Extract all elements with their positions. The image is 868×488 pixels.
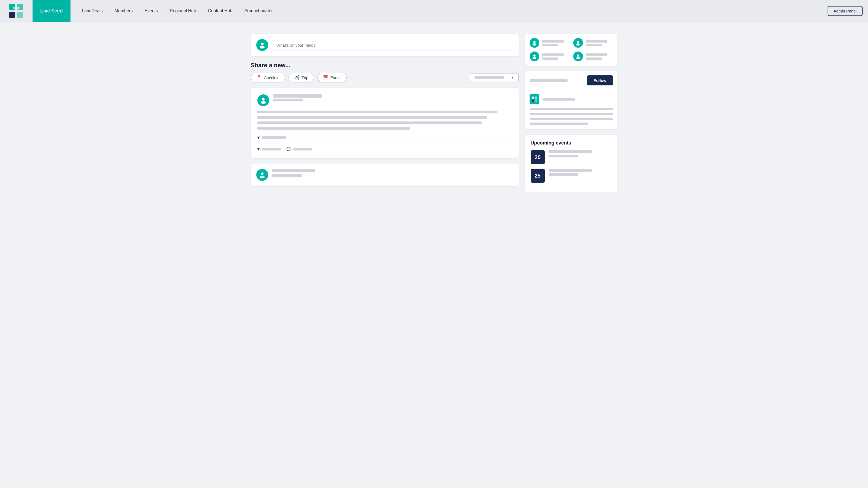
member-avatar — [530, 38, 539, 48]
svg-rect-22 — [535, 99, 537, 102]
svg-point-12 — [533, 43, 536, 45]
svg-point-18 — [576, 57, 580, 59]
svg-point-8 — [261, 101, 266, 104]
post-header — [257, 94, 512, 106]
heart-icon: ♥ — [257, 135, 260, 140]
post-meta — [273, 94, 322, 101]
member-info — [542, 40, 564, 46]
follow-button[interactable]: Follow — [587, 75, 613, 86]
follow-card-body — [525, 90, 617, 129]
comment-icon[interactable]: 💬 — [286, 147, 291, 151]
dropdown-placeholder — [474, 76, 504, 79]
like-label-bar — [262, 148, 281, 151]
svg-rect-19 — [532, 97, 534, 99]
reactions-count-bar — [262, 136, 286, 139]
svg-point-15 — [533, 55, 535, 57]
event-item-2: 25 — [531, 169, 612, 183]
svg-rect-2 — [9, 12, 15, 18]
svg-point-17 — [577, 55, 579, 57]
post-reactions: ♥ — [257, 135, 512, 140]
post-author-name — [273, 94, 322, 98]
comment-action: 💬 — [286, 147, 312, 151]
plane-icon: ✈️ — [294, 75, 299, 80]
svg-point-16 — [533, 57, 536, 59]
post-text-line — [257, 122, 482, 124]
member-info — [542, 54, 564, 60]
follow-org-name-bar — [530, 79, 567, 82]
right-column: Follow — [525, 34, 617, 193]
org-logo — [530, 94, 539, 104]
navbar: Live Feed LandDeals Members Events Regio… — [0, 0, 868, 22]
post-content — [257, 110, 512, 130]
left-column: Share a new... 📍 Check in ✈️ Trip 📅 Even… — [251, 34, 519, 193]
post-card-2 — [251, 163, 519, 186]
svg-rect-3 — [18, 12, 23, 18]
post-actions: ♥ 💬 — [257, 147, 512, 152]
share-actions: 📍 Check in ✈️ Trip 📅 Event ▼ — [251, 73, 519, 83]
post-author-avatar — [257, 94, 269, 106]
member-info — [586, 54, 608, 60]
current-user-avatar — [256, 39, 268, 51]
svg-point-7 — [262, 98, 265, 101]
post-card-1: ♥ ♥ 💬 — [251, 88, 519, 158]
svg-point-10 — [260, 176, 265, 178]
member-item — [573, 38, 613, 48]
comment-label-bar — [293, 148, 312, 151]
event-sub-bar-2 — [549, 173, 579, 176]
member-info — [586, 40, 608, 46]
share-section: Share a new... 📍 Check in ✈️ Trip 📅 Even… — [251, 62, 519, 83]
share-title: Share a new... — [251, 62, 519, 69]
event-title-bar-2 — [549, 169, 592, 172]
nav-link-product-updates[interactable]: Product pdates — [238, 0, 280, 22]
event-sub-bar — [549, 155, 579, 157]
like-action: ♥ — [257, 147, 281, 152]
pin-icon: 📍 — [256, 75, 262, 80]
admin-panel-button[interactable]: Admin Panel — [828, 6, 863, 16]
svg-point-14 — [576, 43, 580, 45]
svg-point-6 — [260, 46, 265, 48]
like-icon[interactable]: ♥ — [257, 147, 260, 152]
events-title: Upcoming events — [531, 140, 612, 146]
post-input[interactable] — [272, 40, 513, 51]
nav-link-members[interactable]: Members — [109, 0, 139, 22]
main-container: Share a new... 📍 Check in ✈️ Trip 📅 Even… — [244, 27, 624, 203]
nav-live-feed[interactable]: Live Feed — [33, 0, 70, 22]
follow-body-text — [530, 108, 613, 125]
event-info-2 — [549, 169, 592, 176]
nav-link-regional-hub[interactable]: Regional Hub — [164, 0, 202, 22]
svg-point-13 — [577, 41, 579, 43]
events-card: Upcoming events 20 25 — [525, 135, 617, 193]
nav-link-content-hub[interactable]: Content Hub — [202, 0, 238, 22]
follow-card-header: Follow — [525, 71, 617, 90]
chevron-down-icon: ▼ — [511, 76, 514, 79]
filter-dropdown[interactable]: ▼ — [470, 73, 519, 82]
member-avatar — [530, 52, 539, 61]
post-text-line — [257, 110, 497, 113]
svg-point-11 — [533, 41, 535, 43]
members-card — [525, 34, 617, 66]
svg-point-5 — [261, 42, 264, 45]
follow-org-row — [530, 94, 613, 104]
member-item — [573, 52, 613, 61]
trip-button[interactable]: ✈️ Trip — [288, 73, 314, 83]
post-2-sub — [272, 174, 302, 177]
calendar-icon: 📅 — [323, 75, 328, 80]
nav-link-events[interactable]: Events — [138, 0, 164, 22]
members-grid — [530, 38, 613, 61]
event-button[interactable]: 📅 Event — [317, 73, 346, 83]
member-item — [530, 38, 569, 48]
post-2-avatar — [256, 169, 268, 181]
check-in-button[interactable]: 📍 Check in — [251, 73, 285, 83]
event-date-1: 20 — [531, 150, 545, 164]
event-date-2: 25 — [531, 169, 545, 183]
event-info-1 — [549, 150, 592, 157]
member-avatar — [573, 52, 583, 61]
event-title-bar — [549, 150, 592, 153]
svg-rect-21 — [532, 99, 534, 102]
nav-link-landdeals[interactable]: LandDeals — [76, 0, 109, 22]
post-text-line — [257, 127, 410, 130]
post-divider — [257, 143, 512, 143]
post-input-card — [251, 34, 519, 56]
logo[interactable] — [0, 0, 33, 22]
svg-rect-4 — [13, 7, 20, 9]
